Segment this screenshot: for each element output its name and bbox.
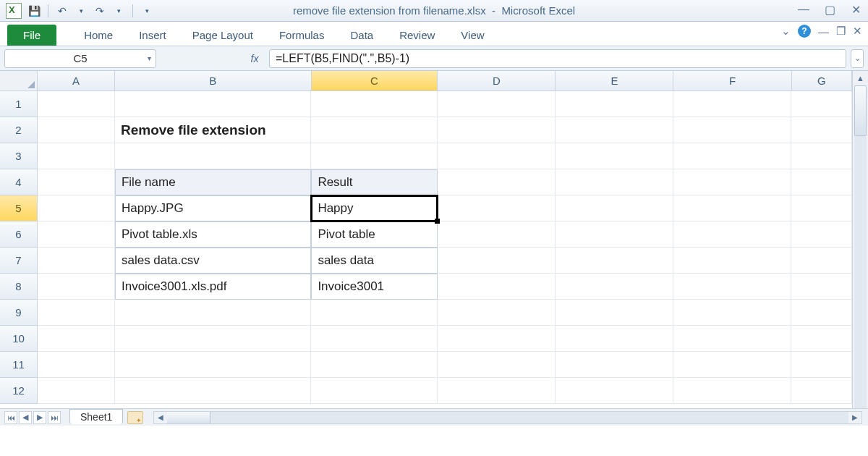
cell-D12[interactable] (438, 378, 556, 404)
cell-D2[interactable] (438, 117, 556, 143)
workbook-minimize-icon[interactable]: — (818, 25, 829, 38)
cell-B9[interactable] (115, 300, 311, 326)
maximize-icon[interactable]: ▢ (822, 3, 838, 17)
cell-E1[interactable] (556, 91, 673, 117)
cell-F2[interactable] (673, 117, 791, 143)
hscroll-left-icon[interactable]: ◀ (154, 412, 167, 423)
sheet-nav-first-icon[interactable]: ⏮ (4, 411, 17, 424)
cell-E10[interactable] (556, 326, 673, 352)
cell-F11[interactable] (673, 352, 791, 378)
cell-C4[interactable]: Result (311, 169, 438, 195)
ribbon-minimize-icon[interactable]: ⌄ (781, 25, 791, 38)
cell-B3[interactable] (115, 143, 311, 169)
cell-C11[interactable] (311, 352, 438, 378)
col-header-E[interactable]: E (556, 71, 673, 91)
cell-B10[interactable] (115, 326, 311, 352)
cell-D1[interactable] (438, 91, 556, 117)
scroll-up-icon[interactable]: ▲ (853, 71, 868, 85)
row-header-6[interactable]: 6 (0, 221, 38, 248)
col-header-C[interactable]: C (312, 71, 438, 91)
cell-F9[interactable] (673, 300, 791, 326)
row-header-7[interactable]: 7 (0, 248, 38, 274)
ribbon-tab-insert[interactable]: Insert (126, 25, 179, 46)
cell-B6[interactable]: Pivot table.xls (115, 221, 311, 248)
cell-G8[interactable] (791, 274, 852, 300)
cell-G6[interactable] (791, 221, 852, 248)
cell-B4[interactable]: File name (115, 169, 311, 195)
cell-A3[interactable] (38, 143, 115, 169)
sheet-nav-last-icon[interactable]: ⏭ (48, 411, 61, 424)
cell-G4[interactable] (791, 169, 852, 195)
cell-A1[interactable] (38, 91, 115, 117)
cell-C2[interactable] (311, 117, 438, 143)
cell-F7[interactable] (673, 248, 791, 274)
col-header-A[interactable]: A (38, 71, 115, 91)
name-box-dropdown-icon[interactable]: ▾ (148, 54, 151, 62)
col-header-F[interactable]: F (673, 71, 791, 91)
cell-E2[interactable] (556, 117, 673, 143)
row-header-2[interactable]: 2 (0, 117, 38, 143)
cell-A10[interactable] (38, 326, 115, 352)
cell-D10[interactable] (438, 326, 556, 352)
cell-A4[interactable] (38, 169, 115, 195)
hscroll-right-icon[interactable]: ▶ (848, 412, 861, 423)
cell-G11[interactable] (791, 352, 852, 378)
cell-B1[interactable] (115, 91, 311, 117)
ribbon-tab-review[interactable]: Review (386, 25, 448, 46)
cell-E5[interactable] (556, 195, 673, 221)
cells-area[interactable]: Remove file extensionFile nameResultHapp… (38, 91, 852, 426)
cell-D4[interactable] (438, 169, 556, 195)
cell-B2[interactable]: Remove file extension (115, 117, 311, 143)
cell-A8[interactable] (38, 274, 115, 300)
cell-D3[interactable] (438, 143, 556, 169)
row-header-5[interactable]: 5 (0, 195, 38, 221)
cell-F3[interactable] (673, 143, 791, 169)
cell-F10[interactable] (673, 326, 791, 352)
cell-G12[interactable] (791, 378, 852, 404)
row-header-3[interactable]: 3 (0, 143, 38, 169)
cell-A5[interactable] (38, 195, 115, 221)
vertical-scrollbar[interactable]: ▲ ▼ (852, 71, 868, 426)
cell-E6[interactable] (556, 221, 673, 248)
cell-G10[interactable] (791, 326, 852, 352)
cell-A11[interactable] (38, 352, 115, 378)
new-sheet-icon[interactable] (127, 411, 143, 424)
workbook-restore-icon[interactable]: ❐ (836, 25, 846, 38)
cell-A12[interactable] (38, 378, 115, 404)
ribbon-tab-home[interactable]: Home (71, 25, 126, 46)
cell-C7[interactable]: sales data (311, 248, 438, 274)
cell-C3[interactable] (311, 143, 438, 169)
undo-icon[interactable]: ↶ (54, 3, 70, 19)
sheet-tab[interactable]: Sheet1 (69, 409, 123, 424)
save-icon[interactable]: 💾 (26, 3, 42, 19)
scroll-thumb[interactable] (854, 85, 867, 136)
cell-C6[interactable]: Pivot table (311, 221, 438, 248)
name-box[interactable]: C5 ▾ (4, 49, 156, 68)
redo-dropdown-icon[interactable]: ▾ (111, 3, 127, 19)
cell-G9[interactable] (791, 300, 852, 326)
workbook-close-icon[interactable]: ✕ (853, 25, 862, 38)
cell-D7[interactable] (438, 248, 556, 274)
sheet-nav-next-icon[interactable]: ▶ (33, 411, 46, 424)
row-header-1[interactable]: 1 (0, 91, 38, 117)
cell-F12[interactable] (673, 378, 791, 404)
cell-E9[interactable] (556, 300, 673, 326)
close-icon[interactable]: ✕ (848, 3, 864, 17)
sheet-nav-prev-icon[interactable]: ◀ (19, 411, 32, 424)
fx-icon[interactable]: fx (244, 53, 265, 64)
cell-B8[interactable]: Invoice3001.xls.pdf (115, 274, 311, 300)
cell-D9[interactable] (438, 300, 556, 326)
cell-F5[interactable] (673, 195, 791, 221)
cell-B7[interactable]: sales data.csv (115, 248, 311, 274)
horizontal-scrollbar[interactable]: ◀ ▶ (153, 411, 862, 424)
cell-E12[interactable] (556, 378, 673, 404)
cell-C8[interactable]: Invoice3001 (311, 274, 438, 300)
select-all-button[interactable] (0, 71, 38, 91)
cell-A7[interactable] (38, 248, 115, 274)
minimize-icon[interactable]: — (796, 3, 812, 17)
cell-F4[interactable] (673, 169, 791, 195)
cell-E8[interactable] (556, 274, 673, 300)
formula-bar[interactable]: =LEFT(B5,FIND(".",B5)-1) (269, 49, 846, 68)
qat-customize-icon[interactable]: ▾ (139, 3, 155, 19)
undo-dropdown-icon[interactable]: ▾ (73, 3, 89, 19)
